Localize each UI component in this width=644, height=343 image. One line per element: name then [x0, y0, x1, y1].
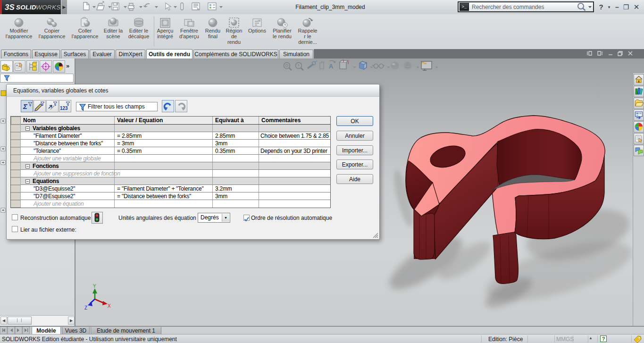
svg-text:123: 123 [60, 106, 68, 111]
svg-text:Rendu: Rendu [205, 28, 220, 33]
svg-text:d'aperçu: d'aperçu [179, 33, 199, 39]
svg-text:WORKS: WORKS [36, 4, 61, 11]
svg-text:Aperçu: Aperçu [157, 28, 174, 33]
svg-text:Editer le: Editer le [129, 28, 148, 33]
svg-text:décalque: décalque [128, 33, 150, 39]
svg-text:final: final [208, 33, 217, 39]
svg-text:Région: Région [226, 28, 243, 33]
svg-text:dernie...: dernie... [298, 39, 317, 45]
svg-text:le rendu: le rendu [273, 33, 292, 39]
svg-text:rendu: rendu [227, 39, 241, 45]
svg-text:Σ: Σ [23, 102, 28, 110]
svg-text:Y: Y [93, 284, 96, 289]
svg-text:Editer la: Editer la [104, 28, 123, 33]
svg-text:Copier: Copier [44, 28, 60, 33]
svg-text:Modifier: Modifier [9, 28, 28, 33]
svg-text:Coller: Coller [78, 28, 92, 33]
svg-text:r le: r le [304, 33, 311, 39]
svg-text:scène: scène [106, 33, 120, 39]
svg-text:l'apparence: l'apparence [6, 33, 33, 39]
svg-text:Rappele: Rappele [298, 28, 318, 33]
svg-text:l'apparence: l'apparence [39, 33, 66, 39]
svg-text:intégré: intégré [157, 33, 173, 39]
svg-text:Z: Z [84, 305, 87, 310]
svg-text:Planifier: Planifier [273, 28, 292, 33]
svg-text:l'apparence: l'apparence [72, 33, 99, 39]
svg-text:A: A [329, 63, 334, 70]
svg-text:Fenêtre: Fenêtre [180, 28, 198, 33]
svg-text:3S: 3S [5, 3, 15, 12]
svg-text:Options: Options [248, 28, 266, 33]
svg-text:X: X [108, 303, 111, 309]
svg-text:de: de [231, 33, 237, 39]
svg-text:SOLID: SOLID [16, 4, 36, 11]
